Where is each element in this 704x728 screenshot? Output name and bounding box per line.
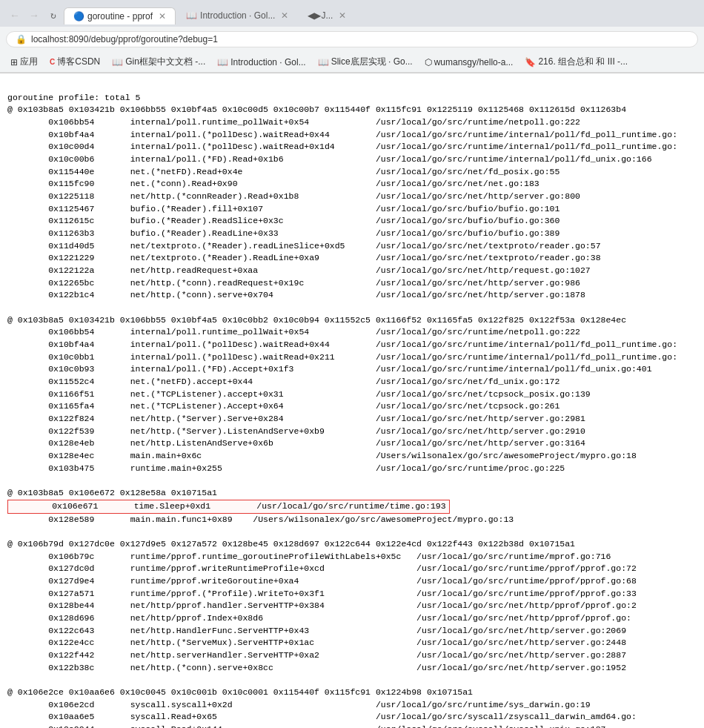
address-bar[interactable]: 🔒 localhost:8090/debug/pprof/goroutine?d… (6, 31, 698, 47)
leetcode-icon: 🔖 (525, 57, 536, 67)
bookmark-gin-label: Gin框架中文文档 -... (125, 56, 205, 68)
tab-close-button-2[interactable]: ✕ (281, 10, 288, 21)
g2-frame-8: 0x122f824 net/http.(*Server).Serve+0x284… (7, 414, 585, 423)
bookmark-github[interactable]: ⬡ wumansgy/hello-a... (420, 56, 518, 69)
g1-frame-3: 0x10c00d4 internal/poll.(*pollDesc).wait… (7, 142, 677, 151)
g5-frame-2: 0x10aa6e5 syscall.Read+0x65 /usr/local/g… (7, 712, 637, 721)
g2-frame-5: 0x11552c4 net.(*netFD).accept+0x44 /usr/… (7, 377, 559, 386)
bookmark-apps[interactable]: ⊞ 应用 (6, 54, 42, 70)
tab-bar: ← → ↻ 🔵 goroutine - pprof ✕ 📖 Introducti… (0, 0, 704, 27)
inactive-tab-j[interactable]: ◀▶J... ✕ (299, 7, 355, 24)
g5-frame-3: 0x10c0044 syscall.Read+0x144 /usr/local/… (7, 724, 605, 728)
active-tab[interactable]: 🔵 goroutine - pprof ✕ (64, 7, 176, 24)
nav-bar: 🔒 localhost:8090/debug/pprof/goroutine?d… (0, 27, 704, 52)
tab-label-2: Introduction · Gol... (200, 10, 275, 21)
g2-frame-1: 0x106bb54 internal/poll.runtime_pollWait… (7, 327, 580, 337)
tab-close-button-3[interactable]: ✕ (339, 10, 346, 21)
gin-icon: 📖 (112, 57, 123, 67)
inactive-tab-introduction[interactable]: 📖 Introduction · Gol... ✕ (177, 7, 297, 24)
g4-frame-8: 0x122e4cc net/http.(*ServeMux).ServeHTTP… (7, 638, 626, 647)
csdn-icon: C (50, 58, 55, 66)
g4-frame-3: 0x127d9e4 runtime/pprof.writeGoroutine+0… (7, 576, 637, 586)
g1-frame-6: 0x115fc90 net.(*conn).Read+0x90 /usr/loc… (7, 179, 539, 188)
g2-frame-7: 0x1165fa4 net.(*TCPListener).Accept+0x64… (7, 401, 559, 411)
tab-favicon: 🔵 (73, 11, 84, 21)
g2-frame-3: 0x10c0bb1 internal/poll.(*pollDesc).wait… (7, 352, 677, 362)
bookmark-slice-label: Slice底层实现 · Go... (331, 56, 413, 68)
forward-button[interactable]: → (25, 7, 43, 24)
intro-icon: 📖 (217, 57, 228, 67)
g1-frame-4: 0x10c00b6 internal/poll.(*FD).Read+0x1b6… (7, 154, 652, 164)
bookmark-gin[interactable]: 📖 Gin框架中文文档 -... (107, 54, 210, 70)
g4-frame-4: 0x127a571 runtime/pprof.(*Profile).Write… (7, 589, 637, 598)
g2-frame-10: 0x128e4eb net/http.ListenAndServe+0x6b /… (7, 438, 585, 448)
lock-icon: 🔒 (16, 34, 27, 44)
goroutine3-header: @ 0x103b8a5 0x106e672 0x128e58a 0x10715a… (7, 488, 217, 497)
g4-frame-10: 0x122b38c net/http.(*conn).serve+0x8cc /… (7, 663, 626, 672)
g1-frame-12: 0x1221229 net/textproto.(*Reader).ReadLi… (7, 253, 601, 262)
g4-frame-5: 0x128be44 net/http/pprof.handler.ServeHT… (7, 600, 637, 610)
profile-header: goroutine profile: total 5 (7, 93, 140, 102)
g4-frame-1: 0x106b79c runtime/pprof.runtime_goroutin… (7, 552, 611, 561)
g1-frame-8: 0x1125467 bufio.(*Reader).fill+0x107 /us… (7, 204, 559, 214)
tab-label: goroutine - pprof (87, 11, 153, 21)
goroutine5-header: @ 0x106e2ce 0x10aa6e6 0x10c0045 0x10c001… (7, 687, 473, 697)
g5-frame-1: 0x106e2cd syscall.syscall+0x2d /usr/loca… (7, 700, 591, 709)
bookmark-csdn-label: 博客CSDN (57, 56, 100, 68)
g1-frame-15: 0x122b1c4 net/http.(*conn).serve+0x704 /… (7, 290, 585, 300)
g1-frame-7: 0x1225118 net/http.(*connReader).Read+0x… (7, 191, 580, 201)
apps-icon: ⊞ (10, 57, 18, 67)
g2-frame-6: 0x1166f51 net.(*TCPListener).accept+0x31… (7, 389, 591, 399)
goroutine4-header: @ 0x106b79d 0x127dc0e 0x127d9e5 0x127a57… (7, 539, 575, 549)
goroutine2-header: @ 0x103b8a5 0x103421b 0x106bb55 0x10bf4a… (7, 315, 626, 325)
g3-frame-2: 0x128e589 main.main.func1+0x89 /Users/wi… (7, 514, 514, 524)
address-text: localhost:8090/debug/pprof/goroutine?deb… (31, 34, 218, 44)
g2-frame-4: 0x10c0b93 internal/poll.(*FD).Accept+0x1… (7, 364, 652, 374)
main-content: goroutine profile: total 5 @ 0x103b8a5 0… (0, 73, 704, 728)
github-icon: ⬡ (425, 57, 432, 67)
bookmark-introduction[interactable]: 📖 Introduction · Gol... (213, 56, 310, 69)
g2-frame-9: 0x122f539 net/http.(*Server).ListenAndSe… (7, 426, 585, 436)
g4-frame-6: 0x128d696 net/http/pprof.Index+0x8d6 /us… (7, 613, 631, 623)
g3-frame-1-highlighted: 0x106e671 time.Sleep+0xd1 /usr/local/go/… (7, 500, 450, 514)
g1-frame-5: 0x115440e net.(*netFD).Read+0x4e /usr/lo… (7, 167, 559, 176)
bookmark-216[interactable]: 🔖 216. 组合总和 和 III -... (520, 54, 632, 70)
bookmark-216-label: 216. 组合总和 和 III -... (538, 56, 628, 68)
bookmark-slice[interactable]: 📖 Slice底层实现 · Go... (313, 54, 417, 70)
bookmark-apps-label: 应用 (20, 56, 38, 68)
g1-frame-14: 0x12265bc net/http.(*conn).readRequest+0… (7, 278, 580, 288)
g4-frame-7: 0x122c643 net/http.HandlerFunc.ServeHTTP… (7, 626, 626, 635)
bookmarks-bar: ⊞ 应用 C 博客CSDN 📖 Gin框架中文文档 -... 📖 Introdu… (0, 52, 704, 73)
g4-frame-9: 0x122f442 net/http.serverHandler.ServeHT… (7, 650, 626, 660)
g1-frame-1: 0x106bb54 internal/poll.runtime_pollWait… (7, 117, 580, 127)
g4-frame-2: 0x127dc0d runtime/pprof.writeRuntimeProf… (7, 563, 637, 573)
g1-frame-9: 0x112615c bufio.(*Reader).ReadSlice+0x3c… (7, 216, 559, 225)
g1-frame-13: 0x122122a net/http.readRequest+0xaa /usr… (7, 265, 591, 275)
browser-chrome: ← → ↻ 🔵 goroutine - pprof ✕ 📖 Introducti… (0, 0, 704, 73)
refresh-button[interactable]: ↻ (44, 7, 62, 24)
g2-frame-11: 0x128e4ec main.main+0x6c /Users/wilsonal… (7, 451, 637, 460)
g2-frame-2: 0x10bf4a4 internal/poll.(*pollDesc).wait… (7, 340, 677, 349)
tab-label-3: ◀▶J... (308, 10, 333, 21)
g1-frame-2: 0x10bf4a4 internal/poll.(*pollDesc).wait… (7, 130, 677, 139)
bookmark-csdn[interactable]: C 博客CSDN (45, 54, 104, 70)
bookmark-github-label: wumansgy/hello-a... (434, 57, 514, 67)
g1-frame-11: 0x11d40d5 net/textproto.(*Reader).readLi… (7, 241, 601, 251)
slice-icon: 📖 (318, 57, 329, 67)
goroutine1-header: @ 0x103b8a5 0x103421b 0x106bb55 0x10bf4a… (7, 105, 626, 114)
tab-favicon-2: 📖 (186, 10, 197, 21)
g2-frame-12: 0x103b475 runtime.main+0x255 /usr/local/… (7, 463, 565, 473)
tab-close-button[interactable]: ✕ (159, 11, 166, 21)
back-button[interactable]: ← (6, 7, 24, 24)
bookmark-intro-label: Introduction · Gol... (230, 57, 305, 67)
g1-frame-10: 0x11263b3 bufio.(*Reader).ReadLine+0x33 … (7, 228, 559, 238)
